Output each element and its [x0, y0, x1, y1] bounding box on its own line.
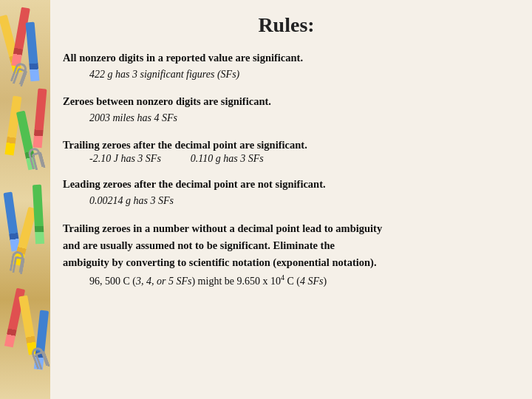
rule-5-example: 96, 500 C (3, 4, or 5 SFs) might be 9.65…	[63, 272, 510, 289]
decorative-border	[0, 0, 50, 399]
rule-4-heading: Leading zeroes after the decimal point a…	[63, 177, 510, 193]
paperclip-decoration	[30, 346, 49, 369]
rule-1-heading: All nonzero digits in a reported value a…	[63, 50, 510, 66]
rule-5-heading: Trailing zeroes in a number without a de…	[63, 220, 510, 272]
rule-4-example: 0.00214 g has 3 SFs	[63, 193, 510, 208]
pencil-decoration	[26, 22, 40, 82]
rule-3-example-row: -2.10 J has 3 SFs 0.110 g has 3 SFs	[63, 153, 510, 165]
pencil-decoration	[18, 296, 38, 355]
rule-1-example: 422 g has 3 significant figures (SFs)	[63, 66, 510, 82]
rule-3-example-right: 0.110 g has 3 SFs	[191, 153, 264, 165]
rule-2-heading: Zeroes between nonzero digits are signif…	[63, 94, 510, 110]
page-title: Rules:	[63, 13, 510, 37]
main-content: Rules: All nonzero digits in a reported …	[55, 0, 532, 399]
paperclip-decoration	[10, 250, 25, 273]
rule-3-heading: Trailing zeroes after the decimal point …	[63, 137, 510, 154]
rule-3-block: Trailing zeroes after the decimal point …	[63, 137, 510, 166]
rule-2-example: 2003 miles has 4 SFs	[63, 110, 510, 126]
rule-4-block: Leading zeroes after the decimal point a…	[63, 177, 510, 208]
pencil-decoration	[33, 89, 47, 149]
pencil-decoration	[33, 185, 44, 245]
pencil-decoration	[3, 192, 20, 252]
rule-2-block: Zeroes between nonzero digits are signif…	[63, 94, 510, 126]
rule-1-block: All nonzero digits in a reported value a…	[63, 50, 510, 82]
rule-3-example-left: -2.10 J has 3 SFs	[89, 153, 161, 165]
rule-5-block: Trailing zeroes in a number without a de…	[63, 220, 510, 288]
